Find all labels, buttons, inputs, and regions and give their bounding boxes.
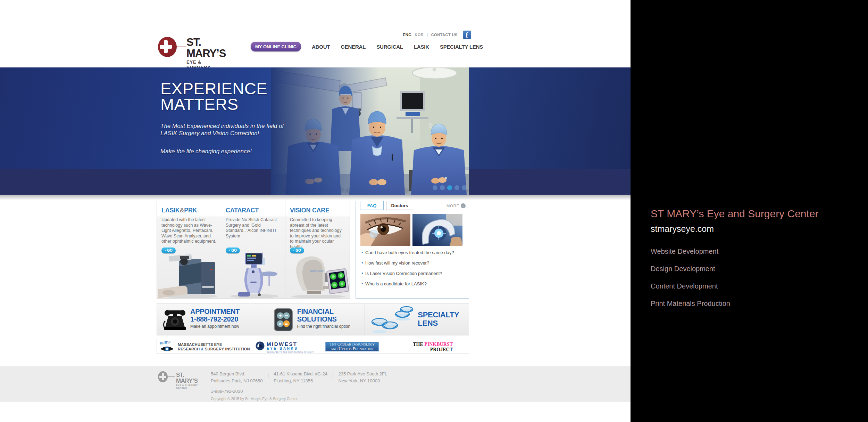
address-separator: |: [268, 373, 269, 378]
financial-title-line2: SOLUTIONS: [297, 315, 350, 323]
service-description: Updated with the latest technology such …: [161, 217, 216, 244]
tab-doctors[interactable]: Doctors: [386, 201, 413, 210]
slider-dots: [433, 185, 467, 190]
lang-kor[interactable]: KOR: [415, 33, 424, 37]
faq-question-1[interactable]: •Can I have both eyes treated the same d…: [361, 250, 454, 260]
nav-lasik[interactable]: LASIK: [414, 44, 429, 50]
nav-surgical[interactable]: SURGICAL: [376, 44, 403, 50]
svg-text:×: ×: [279, 321, 282, 326]
lasik-machine-image: [158, 252, 220, 298]
midwest-line1: MIDWEST: [267, 341, 314, 347]
financial-banner[interactable]: + − × = FINANCIAL SOLUTIONS Find the rig…: [261, 304, 365, 335]
pinkburst-line2: PROJECT: [410, 347, 453, 352]
service-title: VISION CARE: [290, 207, 345, 214]
slider-dot-4[interactable]: [454, 185, 459, 190]
faq-question-2[interactable]: •How fast will my vision recover?: [361, 260, 454, 271]
telephone-icon: [162, 308, 187, 331]
surgeons-photo: [271, 67, 469, 195]
nav-my-online-clinic[interactable]: MY ONLINE CLINIC: [251, 42, 301, 51]
lang-separator: |: [427, 33, 428, 37]
slider-dot-1[interactable]: [433, 185, 437, 190]
service-title: LASIK&PRK: [161, 207, 216, 214]
service-description: Committed to keeping abreast of the late…: [290, 217, 345, 250]
faq-question-4[interactable]: •Who is a candidate for LASIK?: [361, 281, 454, 292]
nav-general[interactable]: GENERAL: [341, 44, 366, 50]
mersi-line2: RESEARCH & SURGERY INSTITUTION: [178, 347, 250, 351]
financial-title-line1: FINANCIAL: [297, 308, 350, 315]
contact-lenses-icon: [367, 305, 416, 334]
svg-text:=: =: [285, 321, 288, 326]
partner-ocular-foundation[interactable]: The Ocular Immunology and Uveitis Founda…: [325, 342, 379, 351]
tab-faq[interactable]: FAQ: [360, 201, 384, 210]
hero-text: EXPERIENCE MATTERS The Most Experienced …: [160, 81, 284, 155]
address-nj: 540 Bergen Blvd.Palisades Park, NJ 07650: [211, 371, 263, 384]
mersi-eye-icon: MERSI: [159, 341, 175, 352]
hero-fade-strip: [0, 195, 631, 200]
contact-lens-eye-image: [360, 214, 410, 246]
more-arrow-icon: ›: [461, 203, 466, 208]
address-flushing: 41-61 Kissena Blvd. #C-24Flushing, NY 11…: [274, 371, 327, 384]
contact-us-link[interactable]: CONTACT US: [431, 33, 458, 37]
footer-logo-cross-icon: [158, 371, 168, 382]
credit-item-design: Design Development: [651, 265, 730, 282]
hero-title-line1: EXPERIENCE: [160, 81, 284, 96]
footer-logo-tagline: EYE & SURGERY CENTER: [176, 384, 198, 389]
partner-mersi[interactable]: MERSI MASSACHUSETTS EYE RESEARCH & SURGE…: [159, 341, 250, 352]
appointment-banner[interactable]: APPOINTMENT 1-888-792-2020 Make an appoi…: [157, 304, 261, 335]
hero-banner: EXPERIENCE MATTERS The Most Experienced …: [0, 67, 631, 195]
address-ny: 235 Park Ave South 2FLNew York, NY 10003: [339, 371, 387, 384]
partner-pinkburst[interactable]: THE PINKBURST PROJECT: [410, 342, 453, 352]
main-nav: MY ONLINE CLINIC ABOUT GENERAL SURGICAL …: [251, 42, 483, 51]
faq-question-3[interactable]: •Is Laser Vision Correction permanent?: [361, 271, 454, 281]
svg-text:+: +: [279, 313, 282, 318]
nav-specialty-lens[interactable]: SPECIALTY LENS: [440, 44, 483, 50]
logo-name: ST. MARY’S: [186, 37, 226, 59]
service-vision-care: VISION CARE Committed to keeping abreast…: [285, 201, 350, 298]
footer-copyright: Copyright © 2015 by St. Mary’s Eye & Sur…: [211, 397, 298, 401]
credit-item-content: Content Development: [651, 282, 730, 300]
nav-about[interactable]: ABOUT: [312, 44, 330, 50]
footer-phone: 1-888-792-2020: [211, 389, 243, 394]
specialty-title-line2: LENS: [418, 319, 459, 327]
credits-title: ST MARY’s Eye and Surgery Center: [651, 208, 819, 220]
partner-midwest[interactable]: MIDWEST EYE-BANKS DEDICATED TO THE RESTO…: [255, 341, 314, 353]
page-canvas: ST. MARY’S EYE & SURGERY CENTER ENG KOR …: [0, 0, 868, 422]
services-box: LASIK&PRK Updated with the latest techno…: [157, 201, 350, 299]
slider-dot-3-active[interactable]: [447, 185, 452, 190]
website-area: ST. MARY’S EYE & SURGERY CENTER ENG KOR …: [0, 0, 631, 422]
midwest-line2: EYE-BANKS: [267, 347, 314, 350]
svg-text:MERSI: MERSI: [159, 341, 170, 346]
service-cataract: CATARACT Provide No Stitch Cataract Surg…: [221, 201, 285, 298]
logo-connector-line: [172, 47, 186, 47]
laser-machine-image: [412, 214, 462, 246]
lang-eng[interactable]: ENG: [403, 33, 411, 37]
site-footer: ST. MARY’S EYE & SURGERY CENTER 540 Berg…: [0, 366, 631, 402]
faq-images: [360, 214, 462, 246]
slider-dot-5[interactable]: [462, 185, 467, 190]
hero-title-line2: MATTERS: [160, 96, 284, 112]
site-header: ST. MARY’S EYE & SURGERY CENTER ENG KOR …: [0, 0, 631, 67]
vision-care-machine-image: WaveScan: [287, 252, 349, 298]
promo-bar: APPOINTMENT 1-888-792-2020 Make an appoi…: [157, 303, 469, 335]
faq-box: FAQ Doctors MORE ›: [356, 201, 469, 299]
mersi-line1: MASSACHUSETTS EYE: [178, 342, 250, 347]
midwest-swirl-icon: [255, 341, 265, 351]
slider-dot-2[interactable]: [440, 185, 445, 190]
cataract-machine-image: [223, 252, 284, 298]
address-separator: |: [332, 373, 334, 378]
partner-logos-bar: MERSI MASSACHUSETTS EYE RESEARCH & SURGE…: [157, 339, 469, 354]
midwest-tagline: DEDICATED TO THE RESTORATION OF SIGHT: [267, 351, 314, 353]
service-lasik-prk: LASIK&PRK Updated with the latest techno…: [157, 201, 221, 298]
specialty-lens-banner[interactable]: SPECIALTY LENS: [365, 304, 469, 335]
header-utility-bar: ENG KOR | CONTACT US f: [403, 31, 471, 39]
credits-panel: ST MARY’s Eye and Surgery Center stmarys…: [631, 0, 868, 422]
facebook-icon[interactable]: f: [463, 31, 471, 39]
calculator-icon: + − × =: [274, 308, 293, 332]
svg-text:−: −: [285, 313, 288, 318]
hero-subtitle: The Most Experienced individuals in the …: [160, 122, 284, 137]
more-link[interactable]: MORE ›: [446, 203, 466, 208]
credit-item-print: Print Materials Production: [651, 300, 730, 317]
appointment-phone: 1-888-792-2020: [190, 315, 240, 323]
footer-logo-name: ST. MARY’S: [176, 372, 198, 384]
hero-tagline: Make the life changing experience!: [160, 148, 284, 155]
